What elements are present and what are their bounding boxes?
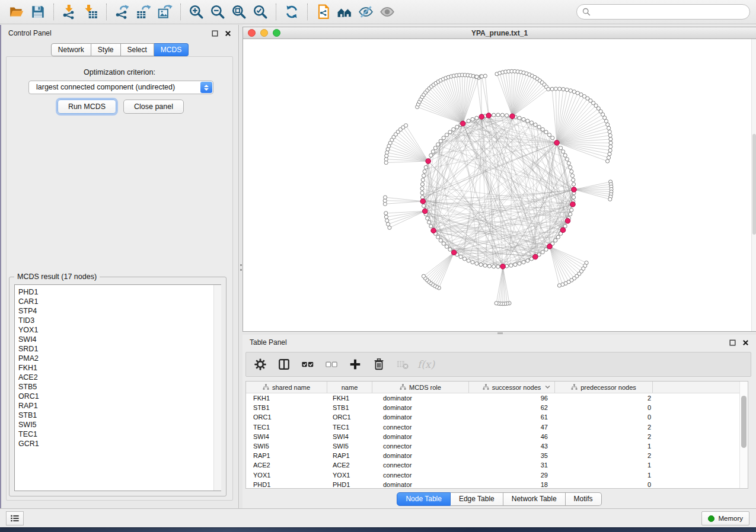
gear-button[interactable]	[253, 357, 267, 372]
table-cell: 46	[469, 433, 555, 440]
tab-node-table[interactable]: Node Table	[397, 492, 451, 506]
zoom-in-button[interactable]	[186, 2, 207, 22]
tab-select[interactable]: Select	[121, 43, 154, 56]
table-vscrollbar[interactable]	[739, 382, 748, 488]
table-row[interactable]: PHD1PHD1dominator180	[246, 480, 748, 489]
mcds-result-item[interactable]: STB5	[18, 382, 221, 392]
open-folder-button[interactable]	[6, 2, 27, 22]
tab-network-table[interactable]: Network Table	[503, 492, 566, 506]
zoom-fit-button[interactable]	[228, 2, 250, 22]
mcds-result-item[interactable]: TID3	[18, 316, 221, 325]
desktop: Control Panel NetworkStyleSelectMCDS Opt…	[0, 0, 756, 532]
mcds-result-item[interactable]: SWI4	[18, 335, 221, 344]
table-cell: dominator	[372, 404, 469, 411]
table-row[interactable]: ORC1ORC1dominator610	[246, 412, 748, 422]
save-button[interactable]	[27, 2, 49, 22]
tree-icon	[400, 384, 406, 390]
mcds-result-item[interactable]: FKH1	[18, 363, 221, 373]
table-row[interactable]: SWI5SWI5connector431	[246, 441, 748, 451]
table-row[interactable]: YOX1YOX1connector291	[246, 470, 748, 480]
mcds-result-item[interactable]: PMA2	[18, 354, 221, 363]
column-header-successor-nodes[interactable]: successor nodes	[469, 382, 555, 393]
select-all-button[interactable]	[300, 357, 315, 372]
close-panel-button[interactable]: Close panel	[123, 100, 184, 114]
ui-settings-button[interactable]	[6, 511, 24, 525]
search-input[interactable]	[594, 8, 744, 16]
table-row[interactable]: STB1STB1dominator620	[246, 403, 748, 412]
memory-button[interactable]: Memory	[701, 511, 749, 525]
mcds-result-item[interactable]: CAR1	[18, 297, 221, 306]
export-network-button[interactable]	[111, 2, 133, 22]
delete-row-icon	[372, 358, 385, 371]
mcds-result-item[interactable]: STP4	[18, 306, 221, 316]
tab-motifs[interactable]: Motifs	[566, 492, 602, 506]
criterion-value: largest connected component (undirected)	[36, 83, 175, 91]
import-network-button[interactable]	[59, 2, 80, 22]
delete-row-button[interactable]	[371, 357, 386, 372]
add-row-button[interactable]	[347, 357, 362, 372]
mcds-result-item[interactable]: YOX1	[18, 325, 221, 335]
export-image-button[interactable]	[154, 2, 176, 22]
add-row-icon	[349, 358, 362, 371]
columns-button[interactable]	[276, 357, 291, 372]
table-cell: 43	[469, 443, 555, 450]
close-table-panel-icon[interactable]	[742, 339, 749, 346]
table-row[interactable]: SWI4SWI4dominator462	[246, 432, 748, 441]
sort-chevron-icon[interactable]	[545, 385, 550, 389]
control-panel-tabs: NetworkStyleSelectMCDS	[1, 43, 238, 56]
close-panel-icon[interactable]	[225, 30, 231, 37]
mcds-result-item[interactable]: SRD1	[18, 344, 221, 354]
zoom-out-icon	[210, 4, 225, 20]
mcds-result-item[interactable]: STB1	[18, 411, 221, 420]
hide-selected-button[interactable]	[355, 2, 377, 22]
mcds-result-item[interactable]: ORC1	[18, 392, 221, 401]
criterion-dropdown[interactable]: largest connected component (undirected)	[28, 81, 213, 94]
float-table-panel-icon[interactable]	[729, 339, 736, 346]
mcds-result-group: MCDS result (17 nodes) PHD1CAR1STP4TID3Y…	[9, 277, 227, 496]
minimize-window-icon[interactable]	[260, 29, 268, 37]
network-canvas[interactable]	[243, 39, 756, 331]
network-graph[interactable]	[243, 39, 752, 332]
table-row[interactable]: ACE2ACE2connector311	[246, 460, 748, 470]
table-cell: connector	[372, 424, 469, 431]
column-header-predecessor-nodes[interactable]: predecessor nodes	[555, 382, 653, 393]
deselect-all-icon	[325, 358, 338, 371]
float-panel-icon[interactable]	[212, 30, 218, 37]
mcds-result-item[interactable]: RAP1	[18, 401, 221, 411]
tab-mcds[interactable]: MCDS	[154, 43, 189, 56]
tab-style[interactable]: Style	[91, 43, 121, 56]
show-all-button[interactable]	[377, 2, 398, 22]
mcds-result-item[interactable]: TEC1	[18, 430, 221, 439]
mcds-result-item[interactable]: GCR1	[18, 439, 221, 448]
table-row[interactable]: TEC1TEC1connector472	[246, 422, 748, 432]
mcds-result-item[interactable]: SWI5	[18, 420, 221, 430]
export-table-button[interactable]	[133, 2, 154, 22]
network-from-selection-button[interactable]	[312, 2, 334, 22]
mcds-result-item[interactable]: ACE2	[18, 373, 221, 382]
column-header-mcds-role[interactable]: MCDS role	[372, 382, 469, 393]
toolbar-separator	[307, 4, 308, 20]
mcds-result-list[interactable]: PHD1CAR1STP4TID3YOX1SWI4SRD1PMA2FKH1ACE2…	[14, 284, 221, 491]
column-header-shared-name[interactable]: shared name	[246, 382, 327, 393]
mcds-result-item[interactable]: PHD1	[18, 287, 221, 297]
destroy-table-button	[395, 357, 410, 372]
tab-edge-table[interactable]: Edge Table	[451, 492, 503, 506]
network-vscrollbar[interactable]	[751, 39, 756, 331]
zoom-out-button[interactable]	[207, 2, 228, 22]
table-row[interactable]: RAP1RAP1dominator352	[246, 451, 748, 460]
refresh-button[interactable]	[281, 2, 302, 22]
run-mcds-button[interactable]: Run MCDS	[58, 100, 116, 114]
close-window-icon[interactable]	[248, 29, 256, 37]
export-network-icon	[114, 4, 130, 20]
table-row[interactable]: FKH1FKH1dominator962	[246, 393, 748, 403]
import-table-button[interactable]	[80, 2, 101, 22]
table-panel-tabs: Node TableEdge TableNetwork TableMotifs	[243, 492, 756, 506]
tab-network[interactable]: Network	[51, 43, 91, 56]
mcds-result-scrollbar[interactable]	[213, 285, 221, 491]
maximize-window-icon[interactable]	[273, 29, 280, 37]
search-box[interactable]	[576, 4, 750, 20]
zoom-selected-button[interactable]	[250, 2, 271, 22]
first-neighbors-button[interactable]	[334, 2, 355, 22]
deselect-all-button[interactable]	[324, 357, 339, 372]
column-header-name[interactable]: name	[327, 382, 372, 393]
